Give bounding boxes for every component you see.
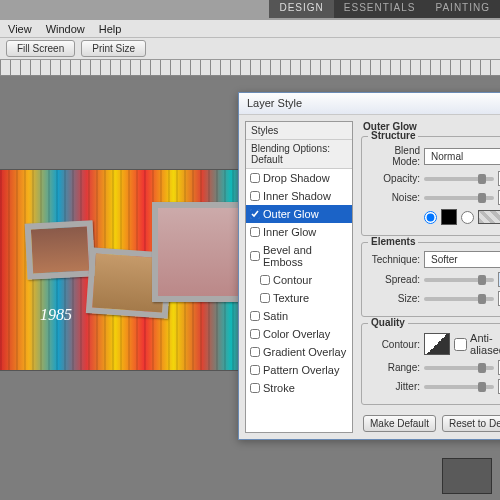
- style-label: Gradient Overlay: [263, 346, 346, 358]
- menu-help[interactable]: Help: [99, 23, 122, 35]
- dialog-title: Layer Style: [239, 93, 500, 115]
- fill-screen-button[interactable]: Fill Screen: [6, 40, 75, 57]
- style-checkbox[interactable]: [250, 383, 260, 393]
- style-item-contour[interactable]: Contour: [246, 271, 352, 289]
- style-item-bevel-and-emboss[interactable]: Bevel and Emboss: [246, 241, 352, 271]
- style-checkbox[interactable]: [250, 347, 260, 357]
- style-item-inner-glow[interactable]: Inner Glow: [246, 223, 352, 241]
- blend-mode-select[interactable]: Normal: [424, 148, 500, 165]
- size-label: Size:: [368, 293, 420, 304]
- elements-group: Elements Technique: Softer Spread: 1 Siz…: [361, 242, 500, 317]
- style-checkbox[interactable]: [250, 191, 260, 201]
- style-label: Color Overlay: [263, 328, 330, 340]
- style-label: Bevel and Emboss: [263, 244, 348, 268]
- style-item-color-overlay[interactable]: Color Overlay: [246, 325, 352, 343]
- color-swatch[interactable]: [441, 209, 457, 225]
- technique-select[interactable]: Softer: [424, 251, 500, 268]
- style-checkbox[interactable]: [260, 275, 270, 285]
- photo-frame-1[interactable]: [25, 220, 96, 279]
- styles-list: Styles Blending Options: Default Drop Sh…: [245, 121, 353, 433]
- gradient-radio[interactable]: [461, 211, 474, 224]
- blending-options-header[interactable]: Blending Options: Default: [246, 140, 352, 169]
- style-checkbox[interactable]: [250, 173, 260, 183]
- style-label: Outer Glow: [263, 208, 319, 220]
- reset-default-button[interactable]: Reset to De: [442, 415, 500, 432]
- style-checkbox[interactable]: [250, 365, 260, 375]
- style-label: Stroke: [263, 382, 295, 394]
- color-radio[interactable]: [424, 211, 437, 224]
- style-checkbox[interactable]: [250, 209, 260, 219]
- print-size-button[interactable]: Print Size: [81, 40, 146, 57]
- style-checkbox[interactable]: [250, 329, 260, 339]
- noise-label: Noise:: [368, 192, 420, 203]
- style-item-satin[interactable]: Satin: [246, 307, 352, 325]
- style-item-outer-glow[interactable]: Outer Glow: [246, 205, 352, 223]
- style-label: Satin: [263, 310, 288, 322]
- gradient-picker[interactable]: [478, 210, 500, 224]
- style-checkbox[interactable]: [250, 311, 260, 321]
- styles-header[interactable]: Styles: [246, 122, 352, 140]
- noise-slider[interactable]: [424, 196, 494, 200]
- quality-group: Quality Contour: Anti-aliased Range: 5 J…: [361, 323, 500, 405]
- technique-label: Technique:: [368, 254, 420, 265]
- style-item-stroke[interactable]: Stroke: [246, 379, 352, 397]
- range-slider[interactable]: [424, 366, 494, 370]
- spread-slider[interactable]: [424, 278, 494, 282]
- style-item-pattern-overlay[interactable]: Pattern Overlay: [246, 361, 352, 379]
- year-text: 1985: [40, 306, 72, 324]
- make-default-button[interactable]: Make Default: [363, 415, 436, 432]
- elements-label: Elements: [368, 236, 418, 247]
- document[interactable]: 1985: [0, 170, 260, 370]
- blend-mode-label: Blend Mode:: [368, 145, 420, 167]
- workspace-tab-design[interactable]: DESIGN: [269, 0, 333, 18]
- contour-picker[interactable]: [424, 333, 450, 355]
- contour-label: Contour:: [368, 339, 420, 350]
- options-bar: Fill Screen Print Size: [0, 38, 500, 60]
- style-checkbox[interactable]: [260, 293, 270, 303]
- style-checkbox[interactable]: [250, 251, 260, 261]
- ruler-horizontal[interactable]: [0, 60, 500, 76]
- style-item-gradient-overlay[interactable]: Gradient Overlay: [246, 343, 352, 361]
- style-checkbox[interactable]: [250, 227, 260, 237]
- workspace-tab-essentials[interactable]: ESSENTIALS: [334, 0, 426, 18]
- style-label: Contour: [273, 274, 312, 286]
- panel-dock[interactable]: [442, 458, 492, 494]
- structure-group: Structure Blend Mode: Normal Opacity: 75…: [361, 136, 500, 236]
- style-item-drop-shadow[interactable]: Drop Shadow: [246, 169, 352, 187]
- opacity-label: Opacity:: [368, 173, 420, 184]
- quality-label: Quality: [368, 317, 408, 328]
- layer-style-dialog: Layer Style Styles Blending Options: Def…: [238, 92, 500, 440]
- style-item-texture[interactable]: Texture: [246, 289, 352, 307]
- structure-label: Structure: [368, 130, 418, 141]
- range-label: Range:: [368, 362, 420, 373]
- menubar: View Window Help: [0, 20, 500, 38]
- style-label: Texture: [273, 292, 309, 304]
- menu-view[interactable]: View: [8, 23, 32, 35]
- spread-label: Spread:: [368, 274, 420, 285]
- jitter-slider[interactable]: [424, 385, 494, 389]
- jitter-label: Jitter:: [368, 381, 420, 392]
- style-label: Pattern Overlay: [263, 364, 339, 376]
- opacity-slider[interactable]: [424, 177, 494, 181]
- style-item-inner-shadow[interactable]: Inner Shadow: [246, 187, 352, 205]
- menu-window[interactable]: Window: [46, 23, 85, 35]
- antialiased-checkbox[interactable]: [454, 338, 467, 351]
- workspace-tab-painting[interactable]: PAINTING: [426, 0, 500, 18]
- antialiased-label: Anti-aliased: [470, 332, 500, 356]
- style-label: Inner Glow: [263, 226, 316, 238]
- style-label: Inner Shadow: [263, 190, 331, 202]
- size-slider[interactable]: [424, 297, 494, 301]
- style-label: Drop Shadow: [263, 172, 330, 184]
